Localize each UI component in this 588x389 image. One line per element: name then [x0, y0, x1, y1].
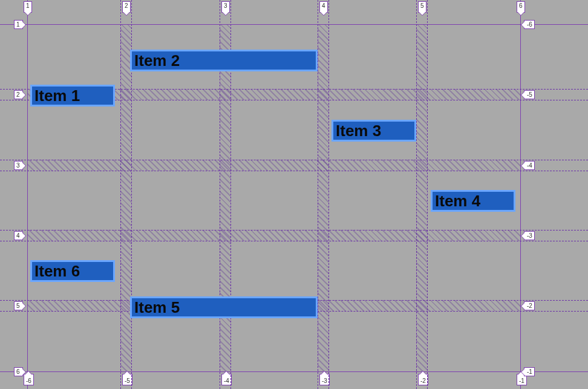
- col-tag-pos: 4: [319, 1, 328, 13]
- row-tag-pos: 6: [14, 367, 23, 376]
- row-tag-neg: -5: [524, 90, 535, 99]
- row-tag-neg: -1: [524, 367, 535, 376]
- grid-item: Item 3: [332, 120, 416, 142]
- col-tag-neg: -4: [221, 374, 232, 385]
- row-tag-pos: 2: [14, 90, 23, 99]
- grid-item: Item 1: [30, 85, 115, 106]
- row-tag-neg: -4: [524, 161, 535, 170]
- row-tag-neg: -2: [524, 301, 535, 310]
- col-tag-pos: 3: [221, 1, 230, 13]
- col-tag-pos: 6: [517, 1, 525, 13]
- col-tag-neg: -3: [319, 374, 330, 385]
- row-tag-neg: -6: [524, 20, 535, 29]
- col-tag-pos: 5: [418, 1, 426, 13]
- col-tag-pos: 1: [24, 1, 32, 13]
- col-tag-pos: 2: [122, 1, 131, 13]
- col-tag-neg: -5: [122, 374, 132, 385]
- row-tag-neg: -3: [524, 231, 535, 240]
- row-tag-pos: 4: [14, 231, 23, 240]
- col-tag-neg: -6: [24, 374, 34, 385]
- row-tag-pos: 3: [14, 161, 23, 170]
- grid-item: Item 4: [431, 190, 515, 212]
- row-tag-pos: 1: [14, 20, 23, 29]
- col-tag-neg: -2: [418, 374, 428, 385]
- grid-item: Item 5: [130, 296, 318, 318]
- col-tag-neg: -1: [517, 374, 527, 385]
- grid-item: Item 6: [30, 260, 115, 282]
- grid-item: Item 2: [130, 50, 318, 71]
- row-tag-pos: 5: [14, 301, 23, 310]
